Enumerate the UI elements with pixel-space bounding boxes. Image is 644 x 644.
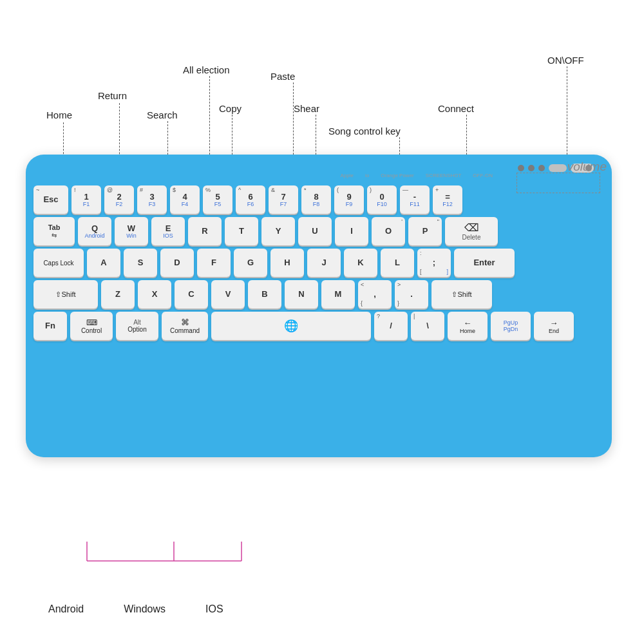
key-u[interactable]: U xyxy=(298,217,332,245)
label-songControl: Song control key xyxy=(328,126,401,137)
key-8[interactable]: * 8 F8 xyxy=(301,185,331,214)
key-4[interactable]: $ 4 F4 xyxy=(170,185,200,214)
key-m[interactable]: M xyxy=(321,280,355,308)
label-shear: Shear xyxy=(294,103,319,114)
key-enter[interactable]: Enter xyxy=(454,249,515,277)
diagram-container: Home Return Search All election Copy Pas… xyxy=(0,0,644,644)
key-shift-right[interactable]: ⇧Shift xyxy=(431,280,492,308)
label-home: Home xyxy=(46,109,72,120)
key-q[interactable]: Q Android xyxy=(78,217,111,245)
indicator-dot3 xyxy=(538,165,545,171)
key-delete[interactable]: ⌫ Delete xyxy=(445,217,498,245)
key-d[interactable]: D xyxy=(160,249,194,277)
label-search: Search xyxy=(147,109,178,120)
key-y[interactable]: Y xyxy=(261,217,295,245)
key-comma[interactable]: < , { xyxy=(358,280,392,308)
key-b[interactable]: B xyxy=(248,280,281,308)
key-period[interactable]: > . } xyxy=(395,280,428,308)
top-labels: Apple io Orange Power SCREENSHOT OFF-ON xyxy=(340,173,493,178)
key-a[interactable]: A xyxy=(87,249,120,277)
key-slash[interactable]: ? / xyxy=(374,312,408,340)
indicator-dot2 xyxy=(528,165,535,171)
key-shift-left[interactable]: ⇧Shift xyxy=(33,280,98,308)
key-e[interactable]: E IOS xyxy=(151,217,185,245)
row-3: Caps Lock A S D F G H J K L : ; ] [ Ente… xyxy=(33,249,605,277)
key-fn[interactable]: Fn xyxy=(33,312,67,340)
row-4: ⇧Shift Z X C V B N M < , { > . } ⇧Shift xyxy=(33,280,605,308)
key-control[interactable]: ⌨ Control xyxy=(70,312,113,340)
key-option[interactable]: Alt Option xyxy=(116,312,158,340)
key-9[interactable]: ( 9 F9 xyxy=(334,185,364,214)
key-p[interactable]: " P xyxy=(408,217,442,245)
indicator-dot1 xyxy=(518,165,524,171)
key-c[interactable]: C xyxy=(175,280,208,308)
key-command[interactable]: ⌘ Command xyxy=(162,312,208,340)
key-tab[interactable]: Tab ⇆ xyxy=(33,217,75,245)
label-apple: Apple xyxy=(340,173,353,178)
key-o[interactable]: ' O xyxy=(372,217,405,245)
key-6[interactable]: ^ 6 F6 xyxy=(236,185,265,214)
key-g[interactable]: G xyxy=(234,249,267,277)
row-2: Tab ⇆ Q Android W Win E IOS R T Y U I ' … xyxy=(33,217,605,245)
label-android: Android xyxy=(48,603,84,615)
key-1[interactable]: ! 1 F1 xyxy=(71,185,101,214)
key-capslock[interactable]: Caps Lock xyxy=(33,249,84,277)
keys-area: ~ Esc ! 1 F1 @ 2 F2 # 3 F3 $ xyxy=(33,185,605,343)
key-n[interactable]: N xyxy=(285,280,318,308)
indicator-rect1 xyxy=(549,164,567,172)
key-minus[interactable]: — - F11 xyxy=(400,185,430,214)
label-ios: IOS xyxy=(205,603,223,615)
key-esc[interactable]: ~ Esc xyxy=(33,185,68,214)
key-2[interactable]: @ 2 F2 xyxy=(104,185,134,214)
label-offon: OFF-ON xyxy=(473,173,493,178)
key-3[interactable]: # 3 F3 xyxy=(137,185,167,214)
key-end[interactable]: → End xyxy=(534,312,574,340)
row-5: Fn ⌨ Control Alt Option ⌘ Command 🌐 ? / … xyxy=(33,312,605,340)
key-j[interactable]: J xyxy=(307,249,341,277)
key-z[interactable]: Z xyxy=(101,280,135,308)
key-equals[interactable]: + = F12 xyxy=(433,185,462,214)
key-l[interactable]: L xyxy=(381,249,414,277)
label-return: Return xyxy=(98,90,127,101)
key-0[interactable]: ) 0 F10 xyxy=(367,185,397,214)
label-windows: Windows xyxy=(124,603,166,615)
label-screenshot: SCREENSHOT xyxy=(426,173,462,178)
key-home[interactable]: ← Home xyxy=(448,312,488,340)
label-orange: Orange Power xyxy=(381,173,414,178)
key-backslash[interactable]: | \ xyxy=(411,312,444,340)
volume-label: volume xyxy=(567,160,607,174)
key-7[interactable]: & 7 F7 xyxy=(269,185,298,214)
label-onoff: ON\OFF xyxy=(547,55,584,66)
key-5[interactable]: % 5 F5 xyxy=(203,185,232,214)
key-i[interactable]: I xyxy=(335,217,368,245)
key-t[interactable]: T xyxy=(225,217,258,245)
label-copy: Copy xyxy=(219,103,242,114)
key-r[interactable]: R xyxy=(188,217,222,245)
key-x[interactable]: X xyxy=(138,280,171,308)
key-pgup-pgdn[interactable]: PgUp PgDn xyxy=(491,312,531,340)
key-f[interactable]: F xyxy=(197,249,231,277)
bottom-annotation-lines xyxy=(35,542,306,606)
label-paste: Paste xyxy=(270,71,295,82)
bottom-annotation: Android Windows IOS xyxy=(35,542,306,609)
label-connect: Connect xyxy=(438,103,474,114)
key-space[interactable]: 🌐 xyxy=(211,312,371,340)
row-1: ~ Esc ! 1 F1 @ 2 F2 # 3 F3 $ xyxy=(33,185,605,214)
key-h[interactable]: H xyxy=(270,249,304,277)
label-io: io xyxy=(365,173,369,178)
label-allElection: All election xyxy=(183,64,230,75)
key-semicolon[interactable]: : ; ] [ xyxy=(417,249,451,277)
key-k[interactable]: K xyxy=(344,249,377,277)
bottom-labels-row: Android Windows IOS xyxy=(48,603,223,615)
key-v[interactable]: V xyxy=(211,280,245,308)
key-s[interactable]: S xyxy=(124,249,157,277)
key-w[interactable]: W Win xyxy=(115,217,148,245)
